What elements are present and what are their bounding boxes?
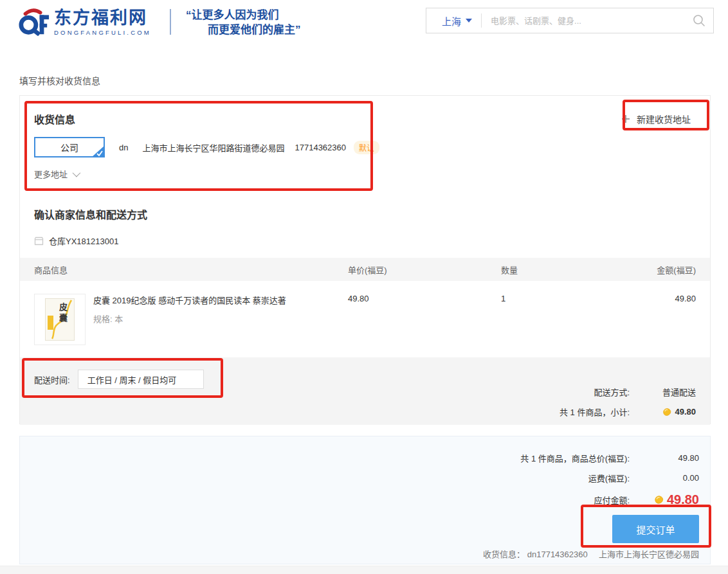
caret-down-icon — [466, 19, 472, 22]
merchant-section-title: 确认商家信息和配送方式 — [34, 206, 147, 222]
freight-line: 运费(福豆): 0.00 — [520, 468, 699, 488]
total-line: 共 1 件商品，商品总价(福豆): 49.80 — [520, 448, 699, 468]
product-table-header: 商品信息 单价(福豆) 数量 金额(福豆) — [20, 258, 710, 281]
col-amount: 金额(福豆) — [649, 264, 696, 276]
logo-icon — [18, 6, 50, 37]
spec-label: 规格: — [93, 314, 113, 324]
subtotal-value: 49.80 — [675, 407, 696, 417]
spec-value: 本 — [114, 314, 123, 324]
summary-card: 共 1 件商品，商品总价(福豆): 49.80 运费(福豆): 0.00 应付金… — [19, 436, 711, 564]
step-title: 填写并核对收货信息 — [19, 74, 100, 87]
receiver-summary-address: 上海市上海长宁区德必易园 — [599, 550, 699, 559]
subtotal-label: 共 1 件商品，小计: — [560, 406, 630, 418]
footer-strip — [0, 566, 728, 574]
brand-domain: DONGFANGFULI.COM — [54, 29, 151, 36]
delivery-time-value: 工作日 / 周末 / 假日均可 — [87, 373, 177, 386]
storefront-icon — [34, 237, 44, 246]
receiver-name: dn — [119, 143, 128, 152]
delivery-section: 配送时间: 工作日 / 周末 / 假日均可 配送方式: 普通配送 共 1 件商品… — [20, 357, 710, 425]
delivery-method-line: 配送方式: 普通配送 — [560, 382, 696, 402]
plus-icon — [621, 114, 630, 123]
city-label: 上海 — [442, 14, 461, 28]
check-icon — [96, 150, 103, 156]
receiver-summary-label: 收货信息： — [483, 550, 525, 559]
total-value: 49.80 — [630, 453, 699, 463]
delivery-time-label: 配送时间: — [34, 373, 70, 386]
new-address-button[interactable]: 新建收货地址 — [621, 112, 691, 125]
search-input[interactable] — [482, 16, 685, 26]
freight-label: 运费(福豆): — [588, 472, 630, 484]
slogan-line2: 而更爱他们的雇主” — [186, 22, 301, 37]
product-quantity: 1 — [501, 294, 649, 345]
delivery-time-select[interactable]: 工作日 / 周末 / 假日均可 — [78, 370, 204, 389]
product-row: 皮囊 皮囊 2019纪念版 感动千万读者的国民读本 蔡崇达著 规格: 本 49.… — [20, 281, 710, 345]
payable-label: 应付金额: — [594, 494, 630, 506]
city-selector[interactable]: 上海 — [426, 14, 481, 28]
payable-line: 应付金额: 49.80 — [520, 488, 699, 511]
cover-title: 皮囊 — [57, 303, 69, 325]
brand-name: 东方福利网 — [54, 8, 151, 28]
product-title[interactable]: 皮囊 2019纪念版 感动千万读者的国民读本 蔡崇达著 — [93, 295, 286, 306]
header: 东方福利网 DONGFANGFULI.COM “让更多人因为我们 而更爱他们的雇… — [0, 0, 728, 61]
freight-value: 0.00 — [630, 473, 699, 483]
product-amount: 49.80 — [649, 294, 696, 345]
total-label: 共 1 件商品，商品总价(福豆): — [520, 452, 630, 464]
more-addresses-toggle[interactable]: 更多地址 — [34, 168, 78, 180]
slogan-line1: “让更多人因为我们 — [186, 8, 301, 22]
search-icon — [693, 14, 705, 27]
delivery-method-label: 配送方式: — [594, 386, 630, 398]
product-image[interactable]: 皮囊 — [34, 294, 86, 345]
default-badge: 默认 — [354, 141, 379, 154]
col-quantity: 数量 — [501, 264, 649, 276]
receiver-address: 上海市上海长宁区华阳路街道德必易园 — [142, 141, 284, 154]
col-unit-price: 单价(福豆) — [348, 264, 501, 276]
header-divider — [170, 9, 171, 35]
cover-tag — [48, 316, 53, 330]
receiver-phone: 17714362360 — [295, 143, 346, 152]
subtotal-line: 共 1 件商品，小计: 49.80 — [560, 402, 696, 422]
address-tag-label: 公司 — [60, 141, 78, 154]
search-button[interactable] — [685, 8, 713, 33]
order-card: 收货信息 新建收货地址 公司 dn 上海市上海长宁区华阳路街道德必易园 1771… — [19, 95, 711, 424]
bean-icon — [653, 494, 664, 505]
new-address-label: 新建收货地址 — [637, 112, 691, 125]
delivery-method-value: 普通配送 — [630, 386, 696, 398]
slogan: “让更多人因为我们 而更爱他们的雇主” — [186, 8, 301, 37]
shipping-section-title: 收货信息 — [34, 111, 75, 127]
search-bar: 上海 — [426, 8, 714, 33]
chevron-down-icon — [73, 169, 81, 177]
payable-value: 49.80 — [667, 492, 699, 507]
address-row: 公司 dn 上海市上海长宁区华阳路街道德必易园 17714362360 默认 — [34, 137, 379, 157]
col-product-info: 商品信息 — [34, 264, 348, 276]
address-tag-button[interactable]: 公司 — [34, 137, 105, 157]
warehouse-label: 仓库YX181213001 — [49, 235, 118, 247]
product-unit-price: 49.80 — [348, 294, 501, 345]
warehouse-row: 仓库YX181213001 — [34, 235, 118, 247]
receiver-summary: 收货信息： dn17714362360 上海市上海长宁区德必易园 — [483, 548, 699, 560]
logo[interactable]: 东方福利网 DONGFANGFULI.COM — [18, 6, 151, 37]
more-addresses-label: 更多地址 — [34, 168, 68, 180]
checkout-page: 东方福利网 DONGFANGFULI.COM “让更多人因为我们 而更爱他们的雇… — [0, 0, 728, 574]
submit-order-button[interactable]: 提交订单 — [612, 515, 699, 543]
bean-icon — [662, 407, 672, 417]
receiver-summary-contact: dn17714362360 — [527, 550, 588, 559]
